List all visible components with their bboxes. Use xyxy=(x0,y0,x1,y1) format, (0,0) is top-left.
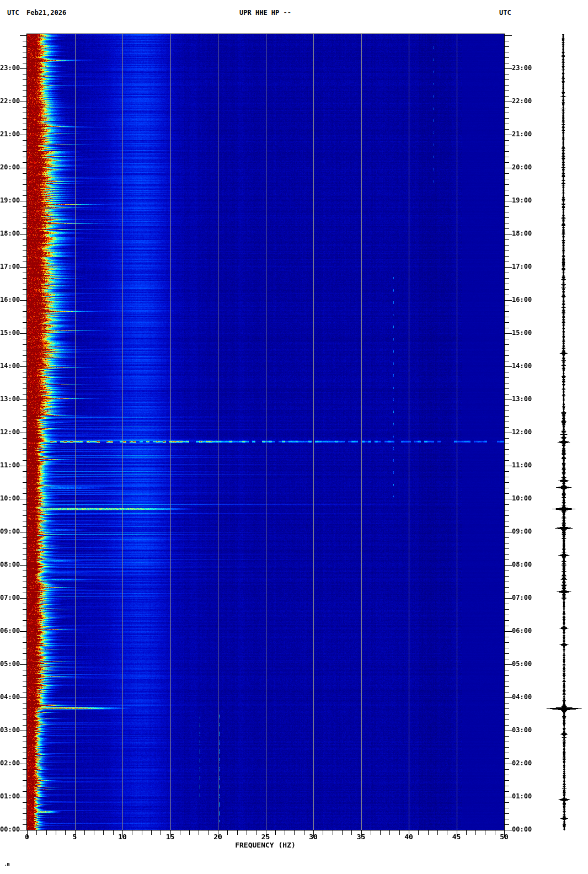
time-label-left: 22:00 xyxy=(0,97,19,105)
time-label-left: 23:00 xyxy=(0,64,19,72)
frequency-axis-title: FREQUENCY (HZ) xyxy=(235,841,296,849)
frequency-tick-label: 50 xyxy=(493,833,515,841)
time-label-left: 02:00 xyxy=(0,759,19,767)
time-label-right: 08:00 xyxy=(512,561,538,568)
time-label-left: 21:00 xyxy=(0,130,19,138)
time-label-right: 22:00 xyxy=(512,97,538,105)
time-label-right: 05:00 xyxy=(512,660,538,668)
time-label-right: 23:00 xyxy=(512,64,538,72)
time-label-left: 13:00 xyxy=(0,395,19,403)
time-label-right: 06:00 xyxy=(512,627,538,635)
time-label-right: 12:00 xyxy=(512,428,538,436)
time-label-left: 12:00 xyxy=(0,428,19,436)
time-label-right: 07:00 xyxy=(512,594,538,601)
time-label-left: 19:00 xyxy=(0,196,19,204)
frequency-tick-label: 45 xyxy=(446,833,468,841)
time-label-left: 14:00 xyxy=(0,362,19,370)
time-label-right: 16:00 xyxy=(512,296,538,303)
time-label-left: 05:00 xyxy=(0,660,19,668)
time-label-left: 15:00 xyxy=(0,329,19,337)
time-label-right: 20:00 xyxy=(512,163,538,171)
frequency-tick-label: 25 xyxy=(255,833,277,841)
time-label-left: 17:00 xyxy=(0,263,19,270)
time-label-left: 07:00 xyxy=(0,594,19,601)
time-label-right: 10:00 xyxy=(512,494,538,502)
time-label-right: 04:00 xyxy=(512,693,538,701)
time-label-right: 19:00 xyxy=(512,196,538,204)
time-label-left: 08:00 xyxy=(0,561,19,568)
frequency-tick-label: 40 xyxy=(398,833,420,841)
axes-and-waveform-canvas xyxy=(0,0,588,874)
frequency-tick-label: 30 xyxy=(302,833,324,841)
corner-artifact: .m xyxy=(4,862,10,867)
spectrogram-page: UTC Feb21,2026 UPR HHE HP -- UTC 00:0001… xyxy=(0,0,588,874)
time-label-left: 18:00 xyxy=(0,230,19,237)
time-label-right: 13:00 xyxy=(512,395,538,403)
time-label-left: 00:00 xyxy=(0,825,19,833)
time-label-left: 09:00 xyxy=(0,527,19,535)
time-label-left: 01:00 xyxy=(0,792,19,800)
time-label-right: 15:00 xyxy=(512,329,538,337)
time-label-left: 06:00 xyxy=(0,627,19,635)
time-label-right: 11:00 xyxy=(512,461,538,469)
time-label-right: 18:00 xyxy=(512,230,538,237)
frequency-tick-label: 20 xyxy=(207,833,229,841)
time-label-left: 04:00 xyxy=(0,693,19,701)
time-label-right: 03:00 xyxy=(512,726,538,734)
time-label-left: 10:00 xyxy=(0,494,19,502)
time-label-right: 21:00 xyxy=(512,130,538,138)
frequency-tick-label: 10 xyxy=(111,833,133,841)
time-label-left: 16:00 xyxy=(0,296,19,303)
time-label-right: 14:00 xyxy=(512,362,538,370)
frequency-tick-label: 35 xyxy=(350,833,372,841)
time-label-left: 11:00 xyxy=(0,461,19,469)
frequency-tick-label: 15 xyxy=(159,833,181,841)
frequency-tick-label: 5 xyxy=(64,833,86,841)
time-label-left: 03:00 xyxy=(0,726,19,734)
frequency-tick-label: 0 xyxy=(16,833,38,841)
time-label-right: 02:00 xyxy=(512,759,538,767)
time-label-left: 20:00 xyxy=(0,163,19,171)
time-label-right: 09:00 xyxy=(512,527,538,535)
time-label-right: 01:00 xyxy=(512,792,538,800)
time-label-right: 17:00 xyxy=(512,263,538,270)
time-label-right: 00:00 xyxy=(512,825,538,833)
